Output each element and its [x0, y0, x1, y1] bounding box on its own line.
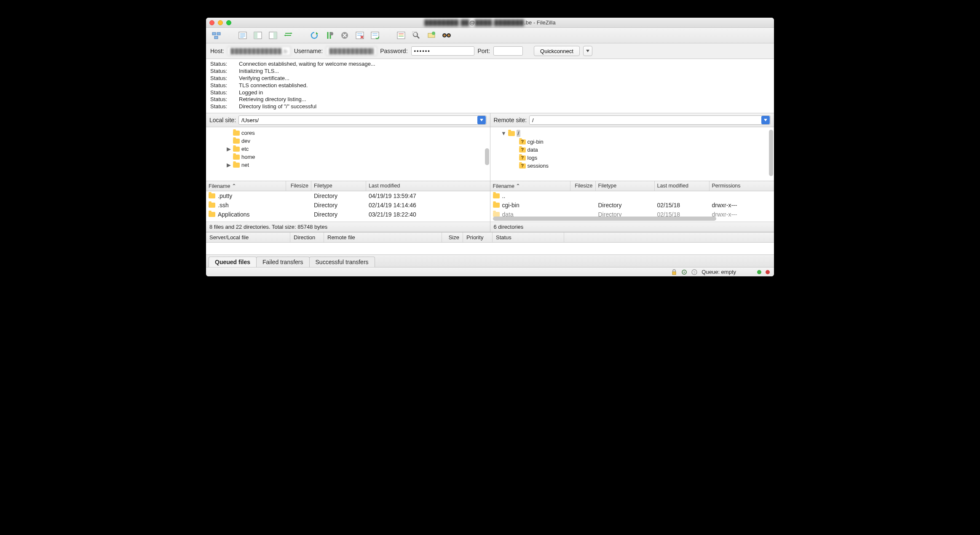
chevron-down-icon[interactable] — [761, 116, 770, 124]
remote-file-list[interactable]: ..cgi-binDirectory02/15/18drwxr-x---data… — [490, 191, 774, 222]
port-input[interactable] — [493, 46, 523, 56]
tree-node[interactable]: home — [206, 153, 490, 161]
tab-queued[interactable]: Queued files — [209, 257, 257, 267]
password-input[interactable] — [411, 46, 474, 56]
disclosure-triangle-icon[interactable]: ▼ — [501, 130, 506, 136]
qcol-size[interactable]: Size — [442, 233, 463, 242]
toggle-remote-tree-icon[interactable] — [267, 30, 279, 40]
svg-point-15 — [330, 32, 333, 35]
titlebar[interactable]: ████████ ██@████.███████.be - FileZilla — [206, 18, 774, 28]
col-filename[interactable]: Filename ⌃ — [206, 181, 286, 191]
tree-node[interactable]: ▶net — [206, 161, 490, 169]
log-label: Status: — [210, 68, 230, 75]
password-label: Password: — [380, 48, 407, 54]
file-row[interactable]: cgi-binDirectory02/15/18drwxr-x--- — [490, 201, 774, 210]
zoom-icon[interactable] — [226, 20, 231, 25]
col-filename[interactable]: Filename ⌃ — [490, 181, 570, 191]
folder-icon — [233, 139, 240, 144]
toggle-log-icon[interactable] — [236, 30, 249, 40]
queue-status: Queue: empty — [702, 269, 736, 275]
col-filetype[interactable]: Filetype — [311, 181, 366, 191]
scrollbar-thumb[interactable] — [769, 130, 773, 176]
remote-tree[interactable]: ▼ / cgi-bindatalogssessions — [490, 127, 774, 181]
cancel-icon[interactable] — [338, 30, 351, 40]
folder-icon — [493, 193, 500, 198]
col-filesize[interactable]: Filesize — [570, 181, 596, 191]
gear-icon[interactable] — [681, 269, 687, 275]
filter-icon[interactable] — [395, 30, 407, 40]
col-modified[interactable]: Last modified — [366, 181, 490, 191]
scrollbar-horizontal[interactable] — [493, 217, 766, 221]
tree-node[interactable]: data — [490, 146, 774, 154]
tree-node-label: / — [517, 130, 521, 137]
svg-marker-14 — [316, 32, 318, 35]
log-label: Status: — [210, 89, 230, 96]
file-row[interactable]: .. — [490, 191, 774, 201]
find-icon[interactable] — [440, 30, 453, 40]
file-row[interactable]: .sshDirectory02/14/19 14:14:46 — [206, 201, 490, 210]
site-manager-icon[interactable] — [210, 30, 223, 40]
qcol-priority[interactable]: Priority — [463, 233, 493, 242]
quickconnect-dropdown[interactable] — [583, 46, 592, 56]
local-path-input[interactable] — [239, 117, 477, 123]
tree-node[interactable]: cores — [206, 129, 490, 137]
reconnect-icon[interactable] — [369, 30, 381, 40]
folder-icon — [209, 212, 215, 217]
col-permissions[interactable]: Permissions — [710, 181, 774, 191]
remote-path-input[interactable] — [530, 117, 761, 123]
remote-pane: Remote site: ▼ / cgi-bindatalogssessions — [490, 113, 774, 232]
filetype-cell: Directory — [314, 211, 369, 218]
message-log[interactable]: Status:Connection established, waiting f… — [206, 59, 774, 113]
local-path-combo[interactable] — [238, 115, 486, 125]
local-tree[interactable]: coresdev▶etchome▶net — [206, 127, 490, 181]
remote-path-combo[interactable] — [529, 115, 771, 125]
lock-icon[interactable] — [671, 269, 677, 275]
qcol-remote[interactable]: Remote file — [324, 233, 442, 242]
username-input[interactable] — [326, 46, 377, 56]
compare-icon[interactable] — [425, 30, 438, 40]
tree-node[interactable]: ▼ / — [490, 129, 774, 138]
tree-node[interactable]: ▶etc — [206, 145, 490, 153]
process-queue-icon[interactable] — [323, 30, 336, 40]
col-modified[interactable]: Last modified — [655, 181, 710, 191]
close-icon[interactable] — [209, 20, 214, 25]
folder-icon — [233, 147, 240, 152]
minimize-icon[interactable] — [218, 20, 223, 25]
tab-successful[interactable]: Successful transfers — [309, 257, 375, 267]
qcol-direction[interactable]: Direction — [290, 233, 324, 242]
local-list-header[interactable]: Filename ⌃ Filesize Filetype Last modifi… — [206, 181, 490, 191]
help-icon[interactable]: ? — [691, 269, 697, 275]
refresh-icon[interactable] — [308, 30, 321, 40]
col-filetype[interactable]: Filetype — [596, 181, 655, 191]
quickconnect-button[interactable]: Quickconnect — [534, 46, 580, 56]
log-message: Connection established, waiting for welc… — [239, 61, 375, 68]
queue-body[interactable] — [206, 243, 774, 254]
disclosure-triangle-icon[interactable]: ▶ — [226, 146, 231, 152]
disclosure-triangle-icon[interactable]: ▶ — [226, 162, 231, 168]
scrollbar-thumb[interactable] — [485, 148, 489, 165]
folder-icon — [209, 193, 215, 198]
toggle-queue-icon[interactable] — [282, 30, 295, 40]
tree-node[interactable]: sessions — [490, 162, 774, 170]
tab-failed[interactable]: Failed transfers — [256, 257, 309, 267]
file-row[interactable]: ApplicationsDirectory03/21/19 18:22:40 — [206, 210, 490, 219]
queue-header[interactable]: Server/Local file Direction Remote file … — [206, 232, 774, 243]
qcol-status[interactable]: Status — [493, 233, 564, 242]
search-icon[interactable] — [410, 30, 423, 40]
svg-rect-39 — [672, 272, 676, 275]
remote-list-header[interactable]: Filename ⌃ Filesize Filetype Last modifi… — [490, 181, 774, 191]
disconnect-icon[interactable] — [353, 30, 366, 40]
qcol-server[interactable]: Server/Local file — [206, 233, 290, 242]
tree-node[interactable]: dev — [206, 137, 490, 145]
tree-node[interactable]: logs — [490, 154, 774, 162]
toggle-local-tree-icon[interactable] — [252, 30, 264, 40]
tree-node-label: cgi-bin — [527, 139, 544, 145]
svg-rect-0 — [212, 32, 216, 35]
local-file-list[interactable]: .puttyDirectory04/19/19 13:59:47.sshDire… — [206, 191, 490, 222]
host-input[interactable] — [228, 46, 291, 56]
chevron-down-icon[interactable] — [477, 116, 486, 124]
tree-node-label: home — [241, 154, 255, 160]
col-filesize[interactable]: Filesize — [286, 181, 311, 191]
tree-node[interactable]: cgi-bin — [490, 138, 774, 146]
file-row[interactable]: .puttyDirectory04/19/19 13:59:47 — [206, 191, 490, 201]
